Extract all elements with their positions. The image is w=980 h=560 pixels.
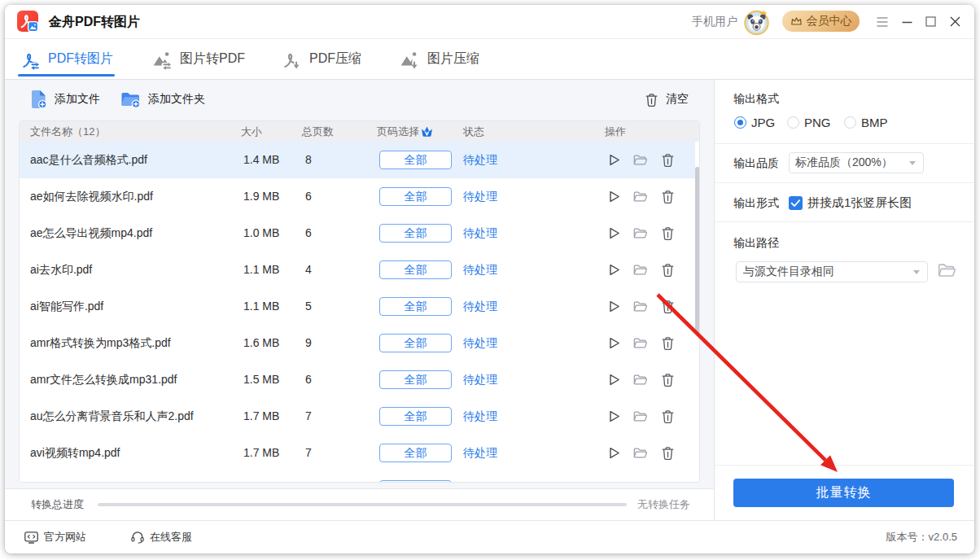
tab-pdf-compress[interactable]: PDF压缩 — [281, 39, 361, 79]
open-folder-button[interactable] — [633, 300, 647, 313]
convert-play-button[interactable] — [607, 153, 621, 167]
section-divider — [715, 221, 974, 222]
format-option-jpg[interactable]: JPG — [734, 115, 775, 130]
delete-file-button[interactable] — [661, 409, 675, 423]
format-option-bmp[interactable]: BMP — [844, 115, 888, 130]
table-row[interactable]: amr文件怎么转换成mp31.pdf 1.5 MB 6 全部 待处理 — [20, 361, 695, 398]
delete-file-button[interactable] — [661, 373, 675, 387]
table-row[interactable]: amr格式转换为mp3格式.pdf 1.6 MB 9 全部 待处理 — [20, 325, 695, 361]
file-pages: 6 — [305, 215, 312, 252]
tab-image-to-pdf[interactable]: 图片转PDF — [151, 39, 245, 79]
column-pages: 总页数 — [302, 121, 334, 142]
chevron-down-icon — [913, 270, 920, 274]
tab-image-compress[interactable]: 图片压缩 — [399, 39, 479, 79]
table-row[interactable]: ae如何去除视频水印.pdf 1.9 MB 6 全部 待处理 — [20, 178, 695, 215]
open-folder-button[interactable] — [633, 409, 647, 423]
page-select-button[interactable]: 全部 — [379, 151, 452, 169]
batch-convert-button[interactable]: 批量转换 — [733, 479, 954, 507]
convert-play-button[interactable] — [607, 190, 621, 203]
table-row[interactable]: 全部 — [20, 471, 695, 483]
format-option-png[interactable]: PNG — [787, 115, 831, 130]
delete-file-button[interactable] — [661, 190, 675, 203]
table-row[interactable]: au怎么分离背景音乐和人声2.pdf 1.7 MB 7 全部 待处理 — [20, 398, 695, 435]
progress-bar — [98, 503, 627, 506]
delete-file-button[interactable] — [661, 226, 675, 240]
table-row[interactable]: ai去水印.pdf 1.1 MB 4 全部 待处理 — [20, 252, 695, 288]
file-size: 1.7 MB — [243, 435, 279, 471]
image-convert-icon — [151, 49, 173, 70]
convert-play-button[interactable] — [607, 409, 621, 423]
file-size: 1.5 MB — [243, 361, 279, 398]
delete-file-button[interactable] — [661, 336, 675, 350]
status-bar: 官方网站 在线客服 版本号：v2.0.5 — [5, 520, 974, 553]
convert-play-button[interactable] — [607, 446, 621, 460]
page-select-button[interactable]: 全部 — [379, 260, 452, 279]
path-select[interactable]: 与源文件目录相同 — [736, 261, 928, 282]
open-folder-button[interactable] — [633, 373, 647, 387]
crown-icon — [790, 15, 803, 27]
tab-label: 图片压缩 — [427, 50, 479, 68]
tab-pdf-to-image[interactable]: PDF转图片 — [20, 39, 113, 79]
page-select-button[interactable]: 全部 — [379, 334, 452, 352]
delete-file-button[interactable] — [661, 263, 675, 277]
radio-selected-icon — [734, 116, 746, 129]
radio-icon — [844, 116, 856, 129]
open-folder-button[interactable] — [633, 226, 647, 240]
add-folder-button[interactable]: 添加文件夹 — [120, 88, 205, 111]
delete-file-button[interactable] — [661, 446, 675, 460]
page-select-button[interactable]: 全部 — [379, 444, 452, 462]
table-scrollbar[interactable] — [695, 167, 700, 335]
page-select-button[interactable]: 全部 — [379, 187, 452, 206]
tab-label: PDF转图片 — [48, 50, 113, 68]
image-compress-icon — [399, 49, 420, 70]
file-pages: 6 — [305, 361, 312, 398]
maximize-button[interactable] — [921, 5, 940, 38]
table-row[interactable]: avi视频转mp4.pdf 1.7 MB 7 全部 待处理 — [20, 435, 695, 471]
clear-list-button[interactable]: 清空 — [645, 88, 689, 111]
add-file-button[interactable]: 添加文件 — [30, 88, 100, 111]
section-divider — [715, 465, 974, 466]
table-header: 文件名称（12） 大小 总页数 页码选择 状态 操作 — [20, 121, 699, 142]
delete-file-button[interactable] — [661, 300, 675, 313]
menu-button[interactable] — [873, 5, 892, 38]
browse-folder-button[interactable] — [938, 262, 956, 278]
delete-file-button[interactable] — [661, 153, 675, 167]
table-row[interactable]: aac是什么音频格式.pdf 1.4 MB 8 全部 待处理 — [20, 142, 695, 178]
minimize-button[interactable] — [897, 5, 917, 38]
stitch-checkbox[interactable] — [789, 196, 803, 210]
tab-label: 图片转PDF — [180, 50, 245, 68]
table-row[interactable]: ai智能写作.pdf 1.1 MB 5 全部 待处理 — [20, 288, 695, 325]
convert-play-button[interactable] — [607, 226, 621, 240]
close-button[interactable] — [945, 5, 965, 38]
page-select-button[interactable]: 全部 — [379, 407, 452, 426]
online-support-label: 在线客服 — [150, 530, 192, 545]
official-website-link[interactable]: 官方网站 — [24, 521, 86, 553]
table-row[interactable]: ae怎么导出视频mp4.pdf 1.0 MB 6 全部 待处理 — [20, 215, 695, 252]
open-folder-button[interactable] — [633, 190, 647, 203]
convert-play-button[interactable] — [607, 300, 621, 313]
member-center-button[interactable]: 会员中心 — [782, 11, 860, 32]
check-icon — [789, 196, 803, 210]
status-label: 待处理 — [463, 142, 497, 178]
convert-play-button[interactable] — [607, 373, 621, 387]
file-size: 1.6 MB — [243, 325, 279, 361]
active-tab-underline — [18, 74, 115, 77]
convert-play-button[interactable] — [607, 336, 621, 350]
page-select-button[interactable]: 全部 — [379, 224, 452, 243]
page-select-button[interactable]: 全部 — [379, 370, 452, 389]
file-size: 1.7 MB — [243, 398, 279, 435]
user-avatar[interactable] — [743, 9, 770, 36]
convert-play-button[interactable] — [607, 263, 621, 277]
quality-select[interactable]: 标准品质（200%） — [789, 152, 924, 173]
online-support-link[interactable]: 在线客服 — [131, 521, 192, 553]
page-select-button[interactable]: 全部 — [379, 480, 452, 483]
add-folder-icon — [120, 90, 141, 109]
file-pages: 6 — [305, 178, 312, 215]
open-folder-button[interactable] — [633, 336, 647, 350]
app-window: 金舟PDF转图片 手机用户 会员中心 — [5, 5, 974, 553]
open-folder-button[interactable] — [633, 446, 647, 460]
open-folder-button[interactable] — [633, 263, 647, 277]
file-pages: 7 — [305, 398, 312, 435]
page-select-button[interactable]: 全部 — [379, 297, 452, 316]
open-folder-button[interactable] — [633, 153, 647, 167]
